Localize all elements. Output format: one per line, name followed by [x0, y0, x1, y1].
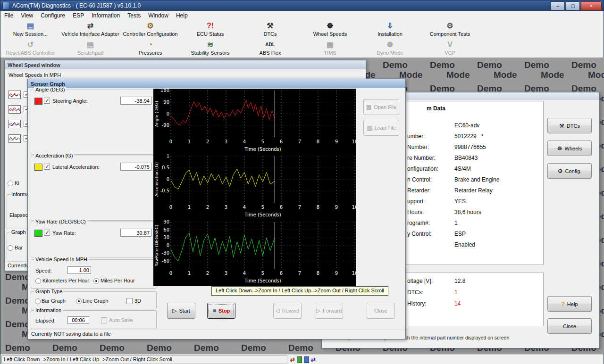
toolbar-vehicle-interface-adapter[interactable]: ⇄Vehicle Interface Adapter	[60, 20, 120, 39]
svg-text:6: 6	[280, 139, 283, 144]
wheel-graph-thumbnail-icon	[8, 91, 21, 101]
svg-text:7: 7	[298, 271, 301, 276]
maximize-button[interactable]: ▢	[566, 1, 580, 10]
toolbar-abs-flex[interactable]: ADLABS Flex	[240, 39, 300, 58]
sensor-chart-yaw-rate[interactable]: 0123456789109060300-30-60YawRate (DEG/SE…	[153, 220, 356, 286]
toolbar-dtcs[interactable]: ⚒DTCs	[240, 20, 300, 39]
application-window: ACom(TM) Diagnostics - ( EC-60 J1587 ) v…	[0, 0, 604, 364]
3d-checkbox[interactable]	[126, 298, 133, 304]
toolbar-stability-sensors[interactable]: ≋Stability Sensors	[180, 39, 240, 58]
mph-radio[interactable]	[93, 278, 99, 284]
units-radio[interactable]	[8, 181, 13, 186]
rewind-icon: ◁	[276, 307, 280, 314]
wheel-speed-window-titlebar[interactable]: Wheel Speed window	[5, 60, 366, 69]
ecu-close-button[interactable]: Close	[547, 318, 592, 334]
svg-text:0: 0	[167, 111, 169, 116]
dtcs-button[interactable]: ⚒ DTCs	[547, 118, 592, 133]
information-group: Information Elapsed: Auto Save	[31, 310, 157, 329]
svg-text:0: 0	[169, 271, 172, 276]
open-file-button: ▤ Open File	[363, 99, 399, 115]
svg-text:2: 2	[206, 271, 209, 276]
help-button[interactable]: ? Help	[547, 296, 592, 312]
svg-text:6: 6	[280, 271, 283, 276]
close-button[interactable]: ×	[581, 1, 602, 10]
config-button[interactable]: ⚙ Config.	[547, 163, 592, 179]
svg-text:Acceleration (G): Acceleration (G)	[154, 162, 159, 197]
svg-text:90: 90	[163, 220, 169, 224]
ecu-status-icon: ?!	[207, 21, 214, 31]
forward-button: ▷ Forward	[315, 303, 343, 319]
demo-watermark-tile: DemoMode	[100, 343, 147, 354]
stability-sensors-icon: ≋	[207, 40, 213, 50]
svg-text:3: 3	[225, 139, 227, 144]
menu-help[interactable]: Help	[172, 12, 192, 19]
svg-text:10: 10	[352, 205, 356, 210]
ecu-data-row: re Number:BB40843	[406, 153, 543, 164]
sensor-graph-titlebar[interactable]: Sensor Graph	[28, 79, 405, 88]
menu-file[interactable]: File	[0, 12, 17, 19]
yaw-rate-value[interactable]	[120, 229, 151, 237]
menu-information[interactable]: Information	[88, 12, 124, 19]
yaw-rate-checkbox[interactable]	[44, 230, 50, 236]
svg-text:0: 0	[169, 139, 172, 144]
statusbar-activity-blue-icon	[304, 356, 309, 363]
stop-button[interactable]: ■ Stop	[207, 303, 235, 319]
elapsed-label: Elapsed:	[35, 318, 56, 323]
bar-graph-radio[interactable]	[35, 298, 41, 304]
bar-graph-radio[interactable]	[8, 245, 13, 251]
toolbar-component-tests[interactable]: ⚙Component Tests	[420, 20, 480, 39]
abs-flex-icon: ADL	[265, 40, 275, 50]
ecu-data-panel: m Data EC60-advumber:5012229 *Number:998…	[406, 101, 544, 265]
sensor-chart-lateral-acceleration[interactable]: 01234567891010.50-0.5Acceleration (G)Tim…	[153, 154, 356, 220]
menu-esp[interactable]: ESP	[69, 12, 88, 19]
lateral-accel-value[interactable]	[120, 163, 151, 171]
menu-window[interactable]: Window	[144, 12, 172, 19]
bar-graph-radio-label: Bar	[15, 245, 23, 250]
speed-value[interactable]	[67, 266, 91, 274]
menu-tests[interactable]: Tests	[124, 12, 144, 19]
svg-text:7: 7	[298, 139, 301, 144]
toolbar-scratchpad: ▤Scratchpad	[60, 39, 120, 58]
elapsed-value[interactable]	[67, 316, 89, 324]
ecu-data-row: Retarder:Retarder Relay	[406, 185, 543, 196]
units-radio-label: Ki	[15, 180, 19, 186]
start-button[interactable]: ▷ Start	[167, 303, 195, 319]
angle-group: Angle (DEG) Steering Angle:	[31, 90, 157, 155]
demo-watermark-tile: DemoMode	[5, 343, 52, 354]
toolbar-ecu-status[interactable]: ?!ECU Status	[180, 20, 240, 39]
demo-watermark-tile: DemoMode	[194, 343, 241, 354]
demo-watermark-tile: DemoMode	[477, 60, 524, 83]
title-bar[interactable]: ACom(TM) Diagnostics - ( EC-60 J1587 ) v…	[0, 0, 604, 11]
wheels-button[interactable]: ☸ Wheels	[547, 141, 592, 156]
line-graph-radio[interactable]	[76, 298, 82, 304]
toolbar-new-session[interactable]: ▤New Session...	[0, 20, 60, 39]
menu-view[interactable]: View	[17, 12, 37, 19]
lateral-accel-label: Lateral Acceleration:	[52, 164, 100, 170]
toolbar-reset-abs-controller: ↺Reset ABS Controller	[0, 39, 60, 58]
ecu-data-row: Number:9988776655	[406, 142, 543, 153]
toolbar-installation[interactable]: ⇩Installation	[360, 20, 420, 39]
svg-text:9: 9	[335, 139, 338, 144]
auto-save-label: Auto Save	[109, 317, 133, 323]
kmh-radio[interactable]	[35, 278, 41, 284]
steering-angle-checkbox[interactable]	[44, 98, 50, 104]
minimize-button[interactable]: –	[551, 1, 565, 10]
toolbar-pressures[interactable]: ◔Pressures	[120, 39, 180, 58]
svg-text:Time (Seconds): Time (Seconds)	[244, 278, 281, 283]
ecu-data-row: upport:YES	[406, 196, 543, 207]
statusbar-hint-text: Left Click Down-->Zoom In / Left Click U…	[1, 356, 287, 364]
stop-icon: ■	[213, 307, 216, 314]
toolbar-controller-configuration[interactable]: ⚙Controller Configuration	[120, 20, 180, 39]
menu-configure[interactable]: Configure	[37, 12, 69, 19]
svg-text:8: 8	[317, 205, 319, 210]
steering-angle-value[interactable]	[120, 97, 151, 105]
tims-icon: ▦	[327, 40, 334, 50]
svg-text:Time (Seconds): Time (Seconds)	[244, 212, 281, 217]
toolbar-wheel-speeds[interactable]: ☸Wheel Speeds	[300, 20, 360, 39]
lateral-accel-checkbox[interactable]	[44, 164, 50, 170]
toolbar: ▤New Session...⇄Vehicle Interface Adapte…	[0, 20, 604, 58]
app-statusbar: Left Click Down-->Zoom In / Left Click U…	[0, 354, 604, 364]
speed-label: Speed:	[35, 268, 52, 273]
sensor-chart-steering-angle[interactable]: 012345678910180900-90Angle (DEG)Time (Se…	[153, 89, 356, 154]
demo-watermark-tile: DemoMode	[52, 343, 100, 354]
